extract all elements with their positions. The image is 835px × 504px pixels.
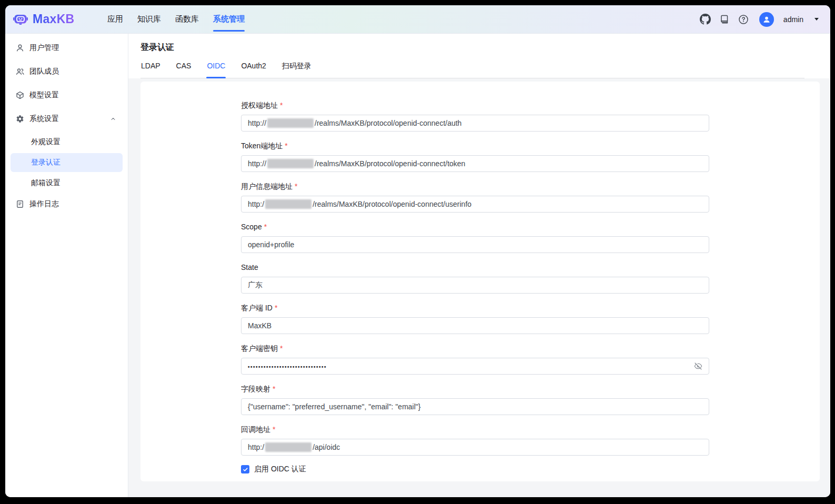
- help-icon[interactable]: [738, 14, 749, 25]
- sidebar-item-label: 邮箱设置: [31, 178, 117, 188]
- required-asterisk: *: [280, 101, 283, 109]
- field-value: MaxKB: [248, 321, 271, 330]
- value-prefix: http://: [248, 119, 266, 127]
- tab-cas[interactable]: CAS: [176, 59, 192, 78]
- field-client-id: 客户端 ID* MaxKB: [241, 303, 709, 334]
- token-endpoint-input[interactable]: http:///realms/MaxKB/protocol/openid-con…: [241, 155, 709, 172]
- field-token-endpoint: Token端地址* http:///realms/MaxKB/protocol/…: [241, 140, 709, 172]
- nav-item-system-management[interactable]: 系统管理: [213, 5, 245, 33]
- content-region: 授权端地址* http:///realms/MaxKB/protocol/ope…: [128, 78, 830, 497]
- callback-url-input[interactable]: http://api/oidc: [241, 439, 709, 456]
- nav-item-applications[interactable]: 应用: [107, 5, 123, 33]
- required-asterisk: *: [295, 182, 297, 190]
- field-auth-endpoint: 授权端地址* http:///realms/MaxKB/protocol/ope…: [241, 100, 709, 132]
- eye-off-icon[interactable]: [694, 362, 702, 370]
- sidebar-item-system-settings[interactable]: 系统设置: [11, 109, 123, 129]
- enable-oidc-label: 启用 OIDC 认证: [254, 465, 306, 474]
- main-header: 登录认证 LDAP CAS OIDC OAuth2 扫码登录: [128, 34, 830, 78]
- main-area: 登录认证 LDAP CAS OIDC OAuth2 扫码登录 授权端地址*: [128, 34, 830, 497]
- sidebar-item-operation-log[interactable]: 操作日志: [11, 194, 123, 214]
- field-label: State: [241, 263, 258, 271]
- sidebar-item-label: 用户管理: [29, 43, 117, 53]
- tab-ldap[interactable]: LDAP: [140, 59, 161, 78]
- field-state: State 广东: [241, 262, 709, 294]
- sidebar-item-label: 系统设置: [29, 114, 104, 124]
- field-client-secret: 客户端密钥* ••••••••••••••••••••••••••••••: [241, 343, 709, 375]
- required-asterisk: *: [275, 304, 277, 312]
- chevron-up-icon[interactable]: [109, 116, 117, 122]
- username-label[interactable]: admin: [783, 15, 803, 24]
- value-suffix: /api/oidc: [313, 443, 340, 451]
- page-title: 登录认证: [140, 34, 804, 59]
- field-userinfo-endpoint: 用户信息端地址* http://realms/MaxKB/protocol/op…: [241, 181, 709, 213]
- nav-item-function-lib[interactable]: 函数库: [175, 5, 199, 33]
- docs-icon[interactable]: [719, 14, 730, 25]
- scope-input[interactable]: openid+profile: [241, 236, 709, 253]
- redacted-host: [265, 199, 311, 209]
- field-label: 客户端 ID: [241, 304, 273, 312]
- field-label: 回调地址: [241, 425, 270, 434]
- sidebar-item-email-settings[interactable]: 邮箱设置: [11, 174, 123, 193]
- sidebar-item-model-settings[interactable]: 模型设置: [11, 85, 123, 105]
- topbar-actions: admin: [700, 12, 819, 27]
- redacted-host: [265, 442, 311, 452]
- value-suffix: /realms/MaxKB/protocol/openid-connect/us…: [313, 200, 471, 208]
- oidc-form: 授权端地址* http:///realms/MaxKB/protocol/ope…: [241, 100, 709, 474]
- field-label: 授权端地址: [241, 101, 278, 109]
- top-nav: 应用 知识库 函数库 系统管理: [107, 5, 245, 33]
- sidebar-item-label: 登录认证: [31, 158, 117, 167]
- tab-qrcode-login[interactable]: 扫码登录: [281, 59, 312, 78]
- sidebar-item-team-members[interactable]: 团队成员: [11, 62, 123, 82]
- brand-logo[interactable]: MaxKB: [13, 12, 100, 27]
- value-suffix: /realms/MaxKB/protocol/openid-connect/au…: [315, 119, 461, 127]
- value-prefix: http://: [248, 159, 266, 168]
- field-label: Token端地址: [241, 142, 283, 150]
- app-window: MaxKB 应用 知识库 函数库 系统管理: [5, 5, 830, 497]
- field-callback-url: 回调地址* http://api/oidc: [241, 424, 709, 456]
- sidebar-item-login-auth[interactable]: 登录认证: [11, 153, 123, 172]
- user-avatar[interactable]: [759, 12, 774, 27]
- auth-tabs: LDAP CAS OIDC OAuth2 扫码登录: [140, 59, 804, 78]
- field-value: {"username": "preferred_username", "emai…: [248, 402, 420, 411]
- auth-endpoint-input[interactable]: http:///realms/MaxKB/protocol/openid-con…: [241, 115, 709, 132]
- tab-oidc[interactable]: OIDC: [206, 59, 226, 78]
- redacted-host: [267, 159, 314, 168]
- field-value: 广东: [248, 280, 263, 290]
- chevron-down-icon[interactable]: [814, 18, 819, 21]
- github-icon[interactable]: [700, 14, 711, 25]
- field-label: 客户端密钥: [241, 344, 278, 352]
- required-asterisk: *: [264, 223, 267, 231]
- field-scope: Scope* openid+profile: [241, 221, 709, 253]
- oidc-form-card: 授权端地址* http:///realms/MaxKB/protocol/ope…: [140, 82, 820, 481]
- field-mapping-input[interactable]: {"username": "preferred_username", "emai…: [241, 398, 709, 415]
- sidebar-item-user-management[interactable]: 用户管理: [11, 38, 123, 58]
- value-prefix: http:/: [248, 200, 264, 208]
- maxkb-robot-icon: [13, 12, 28, 27]
- redacted-host: [267, 118, 314, 128]
- state-input[interactable]: 广东: [241, 277, 709, 294]
- field-field-mapping: 字段映射* {"username": "preferred_username",…: [241, 384, 709, 415]
- log-icon: [16, 200, 24, 208]
- gear-icon: [16, 115, 24, 123]
- topbar: MaxKB 应用 知识库 函数库 系统管理: [5, 5, 830, 34]
- nav-item-knowledge-base[interactable]: 知识库: [137, 5, 161, 33]
- sidebar-item-label: 团队成员: [29, 67, 117, 76]
- sidebar-item-label: 模型设置: [29, 90, 117, 100]
- client-id-input[interactable]: MaxKB: [241, 317, 709, 334]
- sidebar-item-label: 外观设置: [31, 137, 117, 147]
- field-label: 用户信息端地址: [241, 182, 293, 190]
- sidebar-item-appearance-settings[interactable]: 外观设置: [11, 133, 123, 152]
- value-prefix: http:/: [248, 443, 264, 451]
- sidebar: 用户管理 团队成员 模型设置 系统设置: [5, 34, 128, 497]
- required-asterisk: *: [273, 425, 275, 434]
- sidebar-item-label: 操作日志: [29, 199, 117, 209]
- required-asterisk: *: [280, 344, 283, 352]
- value-suffix: /realms/MaxKB/protocol/openid-connect/to…: [315, 159, 465, 168]
- model-icon: [16, 91, 24, 99]
- userinfo-endpoint-input[interactable]: http://realms/MaxKB/protocol/openid-conn…: [241, 196, 709, 213]
- tab-oauth2[interactable]: OAuth2: [240, 59, 266, 78]
- enable-oidc-checkbox[interactable]: [241, 465, 249, 473]
- client-secret-input[interactable]: ••••••••••••••••••••••••••••••: [241, 358, 709, 375]
- user-icon: [16, 44, 24, 52]
- enable-oidc-row: 启用 OIDC 认证: [241, 465, 709, 474]
